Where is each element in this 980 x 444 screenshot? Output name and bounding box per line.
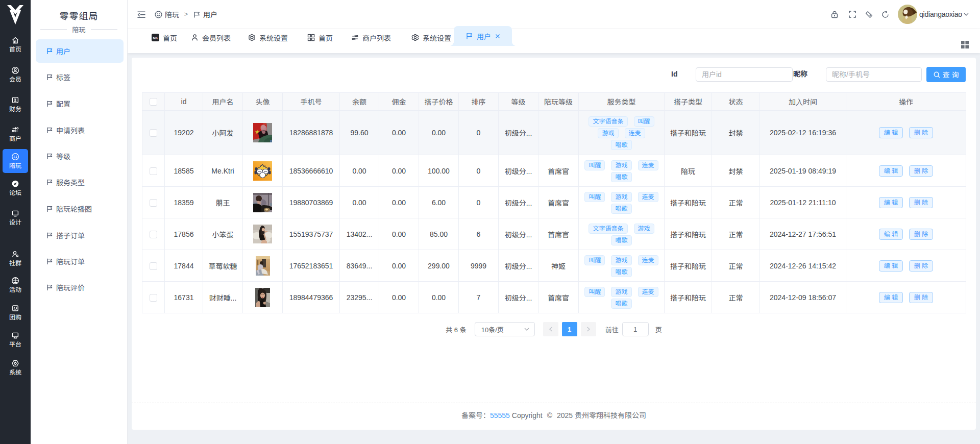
svg-text:NK: NK	[153, 36, 158, 40]
